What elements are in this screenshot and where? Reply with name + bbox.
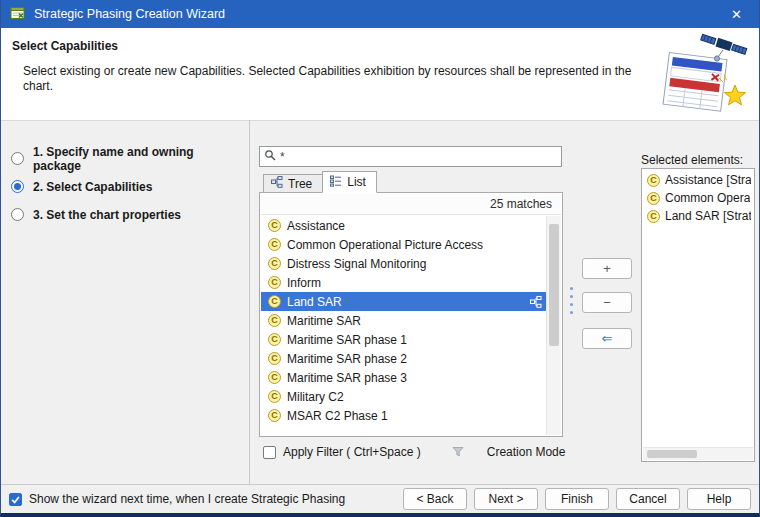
- list-item-label: Military C2: [287, 390, 344, 404]
- list-item-label: Maritime SAR phase 3: [287, 371, 407, 385]
- wizard-header: Select Capabilities Select existing or c…: [1, 28, 759, 121]
- capability-icon: C: [268, 295, 281, 308]
- selected-elements-list: C Assistance [Strat C Common Opera C Lan…: [643, 171, 753, 446]
- help-button[interactable]: Help: [687, 488, 751, 510]
- filter-row: Apply Filter ( Ctrl+Space ) Creation Mod…: [263, 443, 565, 461]
- search-box[interactable]: [259, 146, 562, 167]
- capability-icon: C: [647, 174, 660, 187]
- close-button[interactable]: ✕: [714, 0, 759, 28]
- radio-button[interactable]: [11, 208, 24, 221]
- view-tabs: Tree List: [263, 171, 377, 193]
- list-item-label: Maritime SAR: [287, 314, 361, 328]
- close-icon: ✕: [731, 7, 742, 22]
- finish-button[interactable]: Finish: [545, 488, 609, 510]
- list-item[interactable]: C Military C2: [261, 387, 546, 406]
- remove-button[interactable]: −: [582, 292, 632, 313]
- list-item-label: Maritime SAR phase 2: [287, 352, 407, 366]
- radio-button[interactable]: [11, 152, 24, 165]
- tab-list[interactable]: List: [322, 171, 377, 193]
- selected-elements-title: Selected elements:: [641, 153, 743, 167]
- app-icon: [10, 5, 26, 24]
- capability-icon: C: [647, 210, 660, 223]
- step-label: 2. Select Capabilities: [33, 180, 152, 194]
- capabilities-list: C Assistance C Common Operational Pictur…: [261, 216, 546, 435]
- step-label: 1. Specify name and owning package: [33, 145, 245, 173]
- cancel-button[interactable]: Cancel: [616, 488, 680, 510]
- selected-panel-scrollbar[interactable]: [643, 447, 753, 460]
- list-item-label: Maritime SAR phase 1: [287, 333, 407, 347]
- capability-icon: C: [268, 257, 281, 270]
- capability-icon: C: [268, 371, 281, 384]
- back-button[interactable]: < Back: [403, 488, 467, 510]
- window-title: Strategic Phasing Creation Wizard: [34, 7, 225, 21]
- list-scrollbar[interactable]: [546, 216, 561, 435]
- step-chart-properties[interactable]: 3. Set the chart properties: [11, 206, 245, 223]
- selected-item[interactable]: C Assistance [Strat: [643, 171, 753, 189]
- capability-icon: C: [268, 314, 281, 327]
- filter-funnel-icon: [452, 446, 464, 458]
- show-wizard-label: Show the wizard next time, when I create…: [29, 492, 345, 506]
- selected-item-label: Land SAR [Strate: [665, 209, 751, 223]
- show-wizard-checkbox[interactable]: [9, 493, 22, 506]
- capability-icon: C: [268, 276, 281, 289]
- list-item[interactable]: C Distress Signal Monitoring: [261, 254, 546, 273]
- page-description: Select existing or create new Capabiliti…: [23, 64, 641, 94]
- capability-icon: C: [268, 409, 281, 422]
- radio-button-selected[interactable]: [11, 180, 24, 193]
- creation-mode-label: Creation Mode: [487, 445, 566, 459]
- list-item[interactable]: C MSAR C2 Phase 1: [261, 406, 546, 425]
- list-item[interactable]: C Maritime SAR phase 3: [261, 368, 546, 387]
- selected-item-label: Common Opera: [665, 191, 750, 205]
- steps-separator: [249, 120, 250, 484]
- search-input[interactable]: [280, 149, 557, 165]
- next-button[interactable]: Next >: [474, 488, 538, 510]
- selected-item[interactable]: C Land SAR [Strate: [643, 207, 753, 225]
- step-specify-name[interactable]: 1. Specify name and owning package: [11, 150, 245, 167]
- list-item[interactable]: C Inform: [261, 273, 546, 292]
- show-in-tree-icon[interactable]: [530, 296, 542, 308]
- selected-item-label: Assistance [Strat: [665, 173, 751, 187]
- list-item[interactable]: C Common Operational Picture Access: [261, 235, 546, 254]
- list-item-label: Inform: [287, 276, 321, 290]
- search-icon: [264, 149, 277, 165]
- tab-tree-label: Tree: [288, 177, 312, 191]
- title-bar: Strategic Phasing Creation Wizard ✕: [1, 0, 759, 28]
- tab-tree[interactable]: Tree: [263, 174, 323, 193]
- list-item-label: Distress Signal Monitoring: [287, 257, 426, 271]
- list-item-label: Land SAR: [287, 295, 342, 309]
- match-count: 25 matches: [261, 194, 561, 215]
- capability-icon: C: [268, 352, 281, 365]
- list-item-label: Common Operational Picture Access: [287, 238, 483, 252]
- capability-icon: C: [647, 192, 660, 205]
- step-label: 3. Set the chart properties: [33, 208, 181, 222]
- list-item[interactable]: C Assistance: [261, 216, 546, 235]
- capability-icon: C: [268, 238, 281, 251]
- tab-list-label: List: [347, 175, 366, 189]
- add-button[interactable]: +: [582, 258, 632, 279]
- wizard-steps: 1. Specify name and owning package 2. Se…: [11, 150, 245, 234]
- footer-bar: Show the wizard next time, when I create…: [1, 484, 759, 513]
- selected-panel-scrollbar-thumb[interactable]: [647, 450, 697, 458]
- replace-button[interactable]: ⇐: [582, 328, 632, 349]
- step-select-capabilities[interactable]: 2. Select Capabilities: [11, 178, 245, 195]
- list-item-label: MSAR C2 Phase 1: [287, 409, 388, 423]
- capabilities-list-panel: 25 matches C Assistance C Common Operati…: [259, 192, 563, 437]
- list-item[interactable]: C Maritime SAR phase 1: [261, 330, 546, 349]
- apply-filter-checkbox[interactable]: [263, 446, 276, 459]
- selected-item[interactable]: C Common Opera: [643, 189, 753, 207]
- list-scrollbar-thumb[interactable]: [549, 224, 559, 346]
- capability-icon: C: [268, 219, 281, 232]
- apply-filter-label: Apply Filter ( Ctrl+Space ): [283, 445, 421, 459]
- wizard-illustration-satellite-chart: [656, 30, 751, 119]
- list-item[interactable]: C Maritime SAR: [261, 311, 546, 330]
- wizard-window: Strategic Phasing Creation Wizard ✕ Sele…: [0, 0, 760, 517]
- selected-elements-panel: C Assistance [Strat C Common Opera C Lan…: [641, 168, 755, 462]
- list-item-selected[interactable]: C Land SAR: [261, 292, 546, 311]
- capability-icon: C: [268, 333, 281, 346]
- list-item[interactable]: C Maritime SAR phase 2: [261, 349, 546, 368]
- page-title: Select Capabilities: [12, 39, 118, 53]
- capability-icon: C: [268, 390, 281, 403]
- splitter-handle[interactable]: [570, 287, 573, 314]
- list-item-label: Assistance: [287, 219, 345, 233]
- tree-icon: [271, 176, 283, 191]
